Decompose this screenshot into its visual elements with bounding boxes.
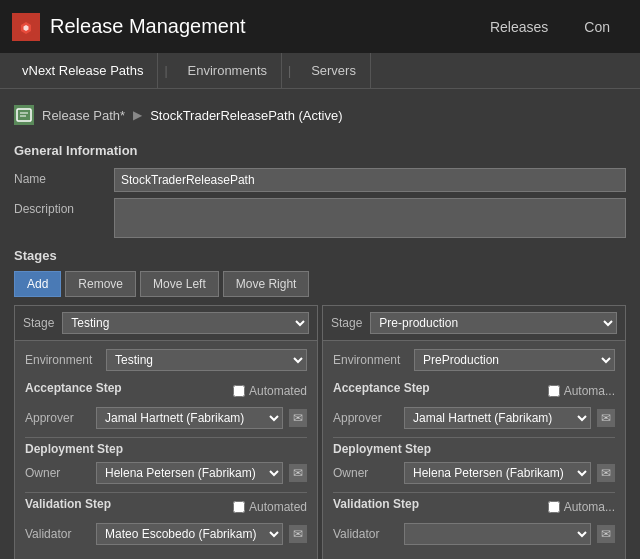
env-row-preproduction: Environment PreProduction (333, 349, 615, 371)
validator-label-1: Validator (25, 527, 90, 541)
approver-label-1: Approver (25, 411, 90, 425)
owner-select-preproduction[interactable]: Helena Petersen (Fabrikam) (404, 462, 591, 484)
automated-label-acceptance-2: Automa... (564, 384, 615, 398)
name-input[interactable] (114, 168, 626, 192)
stage-header-testing: Stage Testing (15, 306, 317, 341)
svg-rect-3 (17, 109, 31, 121)
stage-select-preproduction[interactable]: Pre-production (370, 312, 617, 334)
tab-environments[interactable]: Environments (174, 53, 282, 89)
mail-icon-4[interactable]: ✉ (597, 409, 615, 427)
env-label-1: Environment (25, 353, 100, 367)
env-select-preproduction[interactable]: PreProduction (414, 349, 615, 371)
nav-releases[interactable]: Releases (472, 0, 566, 53)
main-content: Release Path* ▶ StockTraderReleasePath (… (0, 89, 640, 559)
breadcrumb-current: StockTraderReleasePath (Active) (150, 108, 342, 123)
mail-icon-2[interactable]: ✉ (289, 464, 307, 482)
general-info-title: General Information (14, 143, 626, 158)
automated-label-validation-1: Automated (249, 500, 307, 514)
automated-checkbox-validation-2[interactable] (548, 501, 560, 513)
deployment-step-testing: Deployment Step Owner Helena Petersen (F… (25, 442, 307, 484)
automated-checkbox-acceptance-2[interactable] (548, 385, 560, 397)
validation-step-testing: Validation Step Automated Validator Mate… (25, 497, 307, 545)
automated-checkbox-acceptance-1[interactable] (233, 385, 245, 397)
divider-1 (25, 437, 307, 438)
automated-row-acceptance-testing: Acceptance Step Automated (25, 381, 307, 401)
stage-label-2: Stage (331, 316, 362, 330)
stage-buttons: Add Remove Move Left Move Right (14, 271, 626, 297)
stage-panels: Stage Testing Environment Testing Accept… (14, 305, 626, 559)
acceptance-step-title-1: Acceptance Step (25, 381, 229, 395)
header-left: Release Management (12, 13, 246, 41)
validator-select-preproduction[interactable] (404, 523, 591, 545)
name-label: Name (14, 168, 114, 186)
acceptance-step-testing: Acceptance Step Automated Approver Jamal… (25, 381, 307, 429)
mail-icon-5[interactable]: ✉ (597, 464, 615, 482)
automated-row-validation-preproduction: Validation Step Automa... (333, 497, 615, 517)
tab-vnext-release-paths[interactable]: vNext Release Paths (8, 53, 158, 89)
stage-panel-testing: Stage Testing Environment Testing Accept… (14, 305, 318, 559)
stage-body-testing: Environment Testing Acceptance Step Auto… (15, 341, 317, 559)
automated-row-validation-testing: Validation Step Automated (25, 497, 307, 517)
stage-body-preproduction: Environment PreProduction Acceptance Ste… (323, 341, 625, 559)
acceptance-step-title-2: Acceptance Step (333, 381, 544, 395)
tab-separator-1: | (158, 64, 173, 78)
validator-select-testing[interactable]: Mateo Escobedo (Fabrikam) (96, 523, 283, 545)
mail-icon-3[interactable]: ✉ (289, 525, 307, 543)
divider-2 (25, 492, 307, 493)
mail-icon-1[interactable]: ✉ (289, 409, 307, 427)
owner-row-preproduction: Owner Helena Petersen (Fabrikam) ✉ (333, 462, 615, 484)
header: Release Management Releases Con (0, 0, 640, 53)
divider-3 (333, 437, 615, 438)
name-row: Name (14, 168, 626, 192)
validation-step-title-2: Validation Step (333, 497, 544, 511)
add-button[interactable]: Add (14, 271, 61, 297)
app-logo (12, 13, 40, 41)
owner-row-testing: Owner Helena Petersen (Fabrikam) ✉ (25, 462, 307, 484)
env-row-testing: Environment Testing (25, 349, 307, 371)
owner-label-2: Owner (333, 466, 398, 480)
stages-header: Stages (14, 248, 626, 263)
breadcrumb-separator: ▶ (133, 108, 142, 122)
stage-select-testing[interactable]: Testing (62, 312, 309, 334)
stages-title: Stages (14, 248, 57, 263)
breadcrumb: Release Path* ▶ StockTraderReleasePath (… (14, 99, 626, 131)
move-right-button[interactable]: Move Right (223, 271, 310, 297)
divider-4 (333, 492, 615, 493)
stage-header-preproduction: Stage Pre-production (323, 306, 625, 341)
approver-row-testing: Approver Jamal Hartnett (Fabrikam) ✉ (25, 407, 307, 429)
automated-label-validation-2: Automa... (564, 500, 615, 514)
owner-select-testing[interactable]: Helena Petersen (Fabrikam) (96, 462, 283, 484)
move-left-button[interactable]: Move Left (140, 271, 219, 297)
tab-separator-2: | (282, 64, 297, 78)
validation-step-title-1: Validation Step (25, 497, 229, 511)
approver-label-2: Approver (333, 411, 398, 425)
approver-select-preproduction[interactable]: Jamal Hartnett (Fabrikam) (404, 407, 591, 429)
validator-label-2: Validator (333, 527, 398, 541)
remove-button[interactable]: Remove (65, 271, 136, 297)
owner-label-1: Owner (25, 466, 90, 480)
description-input[interactable] (114, 198, 626, 238)
stage-panel-preproduction: Stage Pre-production Environment PreProd… (322, 305, 626, 559)
description-label: Description (14, 198, 114, 216)
deployment-step-title-1: Deployment Step (25, 442, 307, 456)
release-path-icon (14, 105, 34, 125)
env-select-testing[interactable]: Testing (106, 349, 307, 371)
acceptance-step-preproduction: Acceptance Step Automa... Approver Jamal… (333, 381, 615, 429)
app-title: Release Management (50, 15, 246, 38)
nav-configure[interactable]: Con (566, 0, 628, 53)
mail-icon-6[interactable]: ✉ (597, 525, 615, 543)
header-nav: Releases Con (472, 0, 628, 53)
automated-checkbox-validation-1[interactable] (233, 501, 245, 513)
approver-select-testing[interactable]: Jamal Hartnett (Fabrikam) (96, 407, 283, 429)
approver-row-preproduction: Approver Jamal Hartnett (Fabrikam) ✉ (333, 407, 615, 429)
automated-row-acceptance-preproduction: Acceptance Step Automa... (333, 381, 615, 401)
deployment-step-title-2: Deployment Step (333, 442, 615, 456)
tabs-bar: vNext Release Paths | Environments | Ser… (0, 53, 640, 89)
description-row: Description (14, 198, 626, 238)
breadcrumb-prefix: Release Path* (42, 108, 125, 123)
env-label-2: Environment (333, 353, 408, 367)
validator-row-preproduction: Validator ✉ (333, 523, 615, 545)
deployment-step-preproduction: Deployment Step Owner Helena Petersen (F… (333, 442, 615, 484)
stage-label-1: Stage (23, 316, 54, 330)
tab-servers[interactable]: Servers (297, 53, 371, 89)
